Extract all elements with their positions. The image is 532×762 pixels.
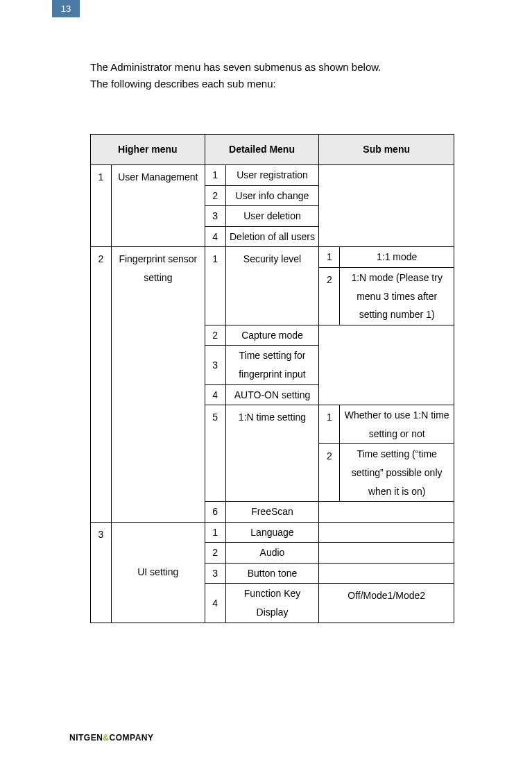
intro-line-2: The following describes each sub menu: bbox=[90, 76, 454, 92]
detailed-num: 1 bbox=[205, 247, 225, 325]
detailed-num: 2 bbox=[205, 185, 225, 206]
higher-num: 3 bbox=[91, 522, 112, 623]
detailed-label: User registration bbox=[225, 165, 319, 186]
detailed-label: Audio bbox=[225, 543, 319, 564]
detailed-num: 4 bbox=[205, 384, 225, 405]
detailed-label: 1:N time setting bbox=[225, 405, 319, 502]
page-number: 13 bbox=[61, 3, 71, 14]
sub-num: 1 bbox=[319, 405, 340, 444]
intro-text: The Administrator menu has seven submenu… bbox=[90, 59, 454, 92]
higher-label: Fingerprint sensor setting bbox=[111, 247, 205, 522]
detailed-label: User info change bbox=[225, 185, 319, 206]
sub-empty bbox=[319, 165, 454, 247]
detailed-num: 3 bbox=[205, 563, 225, 584]
detailed-num: 6 bbox=[205, 502, 225, 523]
header-detailed: Detailed Menu bbox=[205, 135, 319, 165]
header-higher: Higher menu bbox=[91, 135, 205, 165]
sub-empty bbox=[319, 543, 454, 564]
sub-label: Off/Mode1/Mode2 bbox=[319, 584, 454, 623]
sub-empty bbox=[319, 522, 454, 543]
table-row: 3 UI setting 1 Language bbox=[91, 522, 454, 543]
detailed-label: Time setting for fingerprint input bbox=[225, 346, 319, 384]
footer-brand: NITGEN&COMPANY bbox=[69, 733, 153, 743]
table-header-row: Higher menu Detailed Menu Sub menu bbox=[91, 135, 454, 165]
intro-line-1: The Administrator menu has seven submenu… bbox=[90, 59, 454, 76]
sub-empty bbox=[319, 563, 454, 584]
page-number-tab: 13 bbox=[52, 0, 80, 17]
detailed-num: 1 bbox=[205, 522, 225, 543]
detailed-num: 2 bbox=[205, 543, 225, 564]
sub-num: 2 bbox=[319, 267, 340, 325]
sub-empty bbox=[319, 325, 454, 405]
sub-label: 1:N mode (Please try menu 3 times after … bbox=[340, 267, 454, 325]
detailed-num: 3 bbox=[205, 206, 225, 227]
sub-empty bbox=[319, 502, 454, 523]
detailed-label: Capture mode bbox=[225, 325, 319, 346]
detailed-label: FreeScan bbox=[225, 502, 319, 523]
higher-label: UI setting bbox=[111, 522, 205, 623]
footer-amp: & bbox=[103, 733, 109, 743]
detailed-label: User deletion bbox=[225, 206, 319, 227]
higher-num: 1 bbox=[91, 165, 112, 247]
detailed-num: 5 bbox=[205, 405, 225, 502]
header-sub: Sub menu bbox=[319, 135, 454, 165]
detailed-num: 2 bbox=[205, 325, 225, 346]
higher-label: User Management bbox=[111, 165, 205, 247]
detailed-label: AUTO-ON setting bbox=[225, 384, 319, 405]
detailed-label: Function Key Display bbox=[225, 584, 319, 623]
detailed-num: 1 bbox=[205, 165, 225, 186]
sub-num: 2 bbox=[319, 444, 340, 502]
higher-num: 2 bbox=[91, 247, 112, 522]
detailed-label: Security level bbox=[225, 247, 319, 325]
detailed-label: Button tone bbox=[225, 563, 319, 584]
sub-label: Whether to use 1:N time setting or not bbox=[340, 405, 454, 444]
page-content: The Administrator menu has seven submenu… bbox=[90, 59, 454, 623]
sub-num: 1 bbox=[319, 247, 340, 268]
table-row: 2 Fingerprint sensor setting 1 Security … bbox=[91, 247, 454, 268]
detailed-num: 4 bbox=[205, 226, 225, 247]
footer-brand-1: NITGEN bbox=[69, 733, 103, 743]
detailed-num: 4 bbox=[205, 584, 225, 623]
detailed-num: 3 bbox=[205, 346, 225, 384]
sub-label: Time setting (“time setting” possible on… bbox=[340, 444, 454, 502]
detailed-label: Language bbox=[225, 522, 319, 543]
footer-brand-2: COMPANY bbox=[110, 733, 154, 743]
sub-label: 1:1 mode bbox=[340, 247, 454, 268]
menu-table: Higher menu Detailed Menu Sub menu 1 Use… bbox=[90, 134, 454, 623]
detailed-label: Deletion of all users bbox=[225, 226, 319, 247]
table-row: 1 User Management 1 User registration bbox=[91, 165, 454, 186]
